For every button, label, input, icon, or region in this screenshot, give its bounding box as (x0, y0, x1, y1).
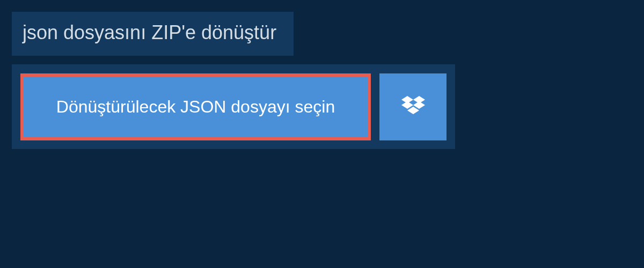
dropbox-icon (401, 96, 425, 117)
select-file-label: Dönüştürülecek JSON dosyayı seçin (56, 97, 335, 117)
converter-page: json dosyasını ZIP'e dönüştür Dönüştürül… (0, 0, 644, 268)
select-file-button[interactable]: Dönüştürülecek JSON dosyayı seçin (20, 73, 371, 140)
file-select-panel: Dönüştürülecek JSON dosyayı seçin (12, 64, 455, 149)
page-title: json dosyasını ZIP'e dönüştür (12, 12, 294, 56)
dropbox-button[interactable] (379, 73, 447, 140)
